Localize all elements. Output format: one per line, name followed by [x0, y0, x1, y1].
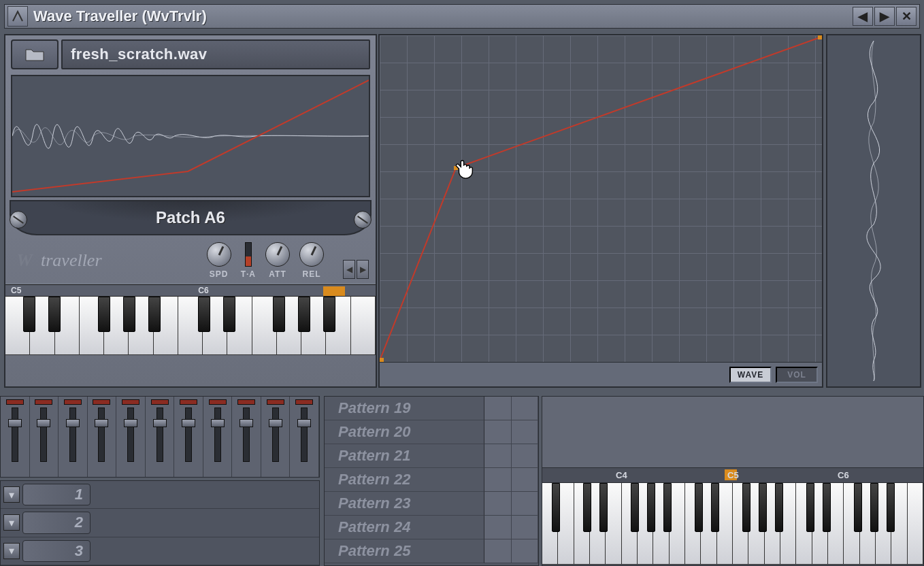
- mixer-channel[interactable]: [232, 397, 261, 477]
- plugin-panel: fresh_scratch.wav Patch A6 W traveller: [4, 34, 377, 388]
- mixer-channel[interactable]: [88, 397, 117, 477]
- pattern-cells[interactable]: [484, 397, 538, 565]
- envelope-footer: WAVE VOL: [380, 362, 822, 386]
- octave-label-c6: C6: [198, 286, 208, 295]
- track-row[interactable]: ▾ 2: [1, 509, 319, 537]
- mixer-panel: [0, 396, 320, 478]
- track-number: 2: [22, 512, 90, 533]
- pattern-item[interactable]: Pattern 20: [325, 420, 484, 444]
- pattern-item[interactable]: Pattern 25: [325, 539, 484, 563]
- screw-icon: [354, 211, 372, 229]
- ta-label: T·A: [241, 269, 256, 279]
- brand-text: traveller: [41, 250, 102, 271]
- svg-rect-2: [818, 35, 822, 39]
- mixer-channel[interactable]: [146, 397, 175, 477]
- titlebar: Wave Traveller (WvTrvlr) ◀ ▶ ✕: [4, 4, 920, 29]
- patch-next-button[interactable]: ▶: [357, 260, 369, 279]
- brand-mark-icon: W: [12, 250, 37, 271]
- attack-knob[interactable]: [265, 242, 290, 267]
- wave-mode-button[interactable]: WAVE: [729, 367, 772, 383]
- release-label: REL: [303, 269, 321, 279]
- mixer-channel[interactable]: [174, 397, 203, 477]
- mixer-channel[interactable]: [261, 397, 291, 477]
- prev-preset-button[interactable]: ◀: [853, 7, 873, 26]
- next-preset-button[interactable]: ▶: [874, 7, 895, 26]
- pattern-list: Pattern 19 Pattern 20 Pattern 21 Pattern…: [324, 396, 539, 566]
- envelope-grid[interactable]: [380, 35, 822, 362]
- mixer-channel[interactable]: [116, 397, 146, 477]
- speed-knob[interactable]: [207, 242, 231, 267]
- piano-roll-keyboard[interactable]: [542, 483, 923, 565]
- ruler-label-c5: C5: [727, 470, 739, 480]
- piano-roll-ruler[interactable]: C4 C5 C6: [542, 468, 923, 483]
- pattern-item[interactable]: Pattern 21: [325, 444, 484, 468]
- octave-label-c5: C5: [11, 286, 21, 295]
- window-title: Wave Traveller (WvTrvlr): [33, 7, 851, 25]
- waveform-display-vertical[interactable]: [826, 34, 921, 388]
- track-menu-button[interactable]: ▾: [3, 514, 20, 531]
- vol-mode-button[interactable]: VOL: [776, 367, 818, 383]
- mixer-channel[interactable]: [203, 397, 233, 477]
- pattern-item[interactable]: Pattern 24: [325, 516, 484, 539]
- patch-display[interactable]: Patch A6: [10, 200, 372, 235]
- patch-label: Patch A6: [156, 208, 225, 227]
- pattern-item[interactable]: Pattern 19: [325, 397, 484, 420]
- waveform-display-small[interactable]: [11, 75, 370, 197]
- mixer-channel[interactable]: [59, 397, 88, 477]
- folder-button[interactable]: [11, 39, 59, 69]
- controls-row: W traveller SPD T·A ATT REL ◀ ▶: [5, 235, 376, 282]
- mini-keyboard-section: C5 C6: [5, 283, 376, 355]
- release-knob[interactable]: [299, 242, 324, 267]
- patch-prev-button[interactable]: ◀: [343, 260, 355, 279]
- track-number: 3: [22, 540, 90, 562]
- piano-roll-toolbar: [542, 397, 923, 468]
- meter: [245, 242, 252, 267]
- brand-logo: W traveller: [12, 250, 102, 271]
- envelope-editor: WAVE VOL: [378, 34, 823, 388]
- mixer-channel[interactable]: [1, 397, 30, 477]
- ruler-label-c6: C6: [838, 470, 849, 480]
- pattern-item[interactable]: Pattern 22: [325, 468, 484, 492]
- track-row[interactable]: ▾ 1: [1, 481, 319, 509]
- track-row[interactable]: ▾ 3: [1, 537, 319, 565]
- ruler-label-c4: C4: [616, 470, 627, 480]
- track-menu-button[interactable]: ▾: [3, 543, 20, 559]
- svg-rect-1: [454, 166, 458, 170]
- close-button[interactable]: ✕: [896, 7, 917, 26]
- selected-key-marker: [323, 286, 345, 296]
- speed-label: SPD: [210, 269, 229, 279]
- pattern-item[interactable]: Pattern 23: [325, 492, 484, 516]
- plugin-icon[interactable]: [7, 6, 28, 27]
- track-menu-button[interactable]: ▾: [3, 486, 20, 503]
- mini-keyboard[interactable]: [5, 297, 376, 355]
- mixer-channel[interactable]: [290, 397, 319, 477]
- screw-icon: [10, 211, 27, 229]
- track-headers: ▾ 1 ▾ 2 ▾ 3: [0, 480, 320, 566]
- track-number: 1: [22, 484, 90, 505]
- attack-label: ATT: [269, 269, 286, 279]
- mixer-channel[interactable]: [30, 397, 59, 477]
- svg-rect-0: [380, 358, 384, 362]
- piano-roll: C4 C5 C6: [542, 396, 924, 566]
- sample-filename-field[interactable]: fresh_scratch.wav: [61, 39, 370, 69]
